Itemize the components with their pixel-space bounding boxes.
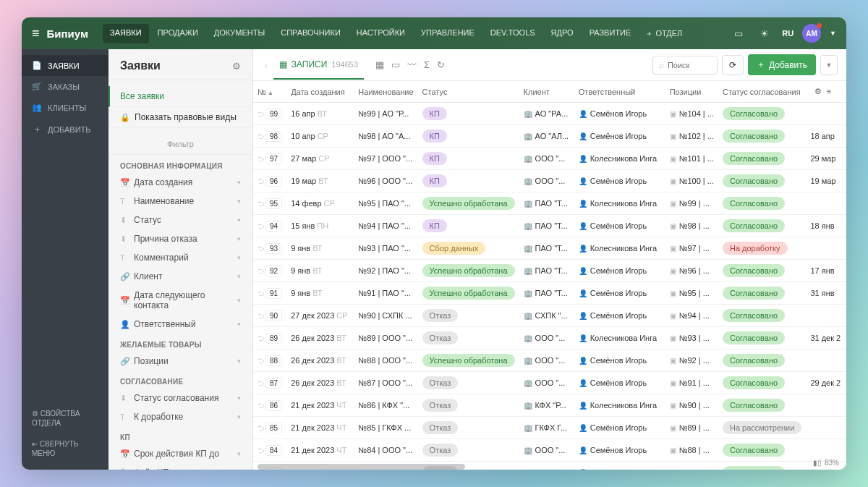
filter-item[interactable]: ⬇Причина отказа▾ bbox=[109, 229, 252, 248]
column-header[interactable]: Наименование bbox=[354, 81, 417, 103]
filter-item[interactable]: ⬇Статус согласования▾ bbox=[109, 389, 252, 407]
nav-footer-label: СВЕРНУТЬ МЕНЮ bbox=[32, 440, 78, 457]
table-row[interactable]: ⮌9916 апр ВТ№99 | АО "Р...КП🏢АО "РА...👤С… bbox=[253, 103, 846, 125]
theme-icon[interactable]: ☀ bbox=[756, 25, 773, 42]
refresh-button[interactable]: ⟳ bbox=[722, 55, 744, 75]
table-row[interactable]: ⮌939 янв ВТ№93 | ПАО "...Сбор данных🏢ПАО… bbox=[253, 237, 846, 260]
user-menu-chevron[interactable]: ▼ bbox=[830, 30, 836, 37]
hamburger-icon[interactable]: ≡ bbox=[32, 26, 40, 41]
table-row[interactable]: ⮌9727 мар СР№97 | ООО "...КП🏢ООО "...👤Ко… bbox=[253, 148, 846, 170]
language-switch[interactable]: RU bbox=[782, 29, 793, 38]
table-row[interactable]: ⮌8521 дек 2023 ЧТ№85 | ГКФХ ...Отказ🏢ГКФ… bbox=[253, 417, 846, 439]
top-tab-документы[interactable]: ДОКУМЕНТЫ bbox=[207, 24, 272, 43]
top-tab-развитие[interactable]: РАЗВИТИЕ bbox=[582, 24, 639, 43]
gear-icon[interactable]: ⚙ bbox=[232, 61, 241, 72]
top-tab-управление[interactable]: УПРАВЛЕНИЕ bbox=[414, 24, 482, 43]
calendar-view-icon[interactable]: ▭ bbox=[391, 59, 400, 70]
table-row[interactable]: ⮌8621 дек 2023 ЧТ№86 | КФХ "...Отказ🏢КФХ… bbox=[253, 394, 846, 417]
responsible-name: Колесникова Инга bbox=[590, 244, 657, 253]
agree-badge: Согласовано bbox=[723, 107, 785, 120]
person-icon: 👤 bbox=[579, 110, 587, 118]
filter-item[interactable]: 📅Дата следующего контакта▾ bbox=[109, 286, 252, 315]
filter-item[interactable]: TК доработке▾ bbox=[109, 407, 252, 426]
weekday: ЧТ bbox=[336, 423, 346, 432]
table-row[interactable]: ⮌8926 дек 2023 ВТ№89 | ООО "...Отказ🏢ООО… bbox=[253, 327, 846, 350]
view-item[interactable]: Все заявки bbox=[109, 86, 252, 107]
column-header[interactable]: ⚙≡ bbox=[806, 81, 846, 103]
column-settings-icon[interactable]: ⚙ bbox=[814, 87, 822, 96]
chart-view-icon[interactable]: 〰 bbox=[407, 59, 417, 70]
top-tab-заявки[interactable]: ЗАЯВКИ bbox=[103, 24, 149, 43]
row-number: 94 bbox=[265, 221, 282, 232]
column-header[interactable]: Статус bbox=[418, 81, 519, 103]
prev-view-icon[interactable]: ‹ bbox=[262, 61, 271, 69]
filter-label: Наименование bbox=[134, 196, 194, 206]
list-icon[interactable]: ≡ bbox=[826, 87, 830, 96]
filter-item[interactable]: TКомментарий▾ bbox=[109, 248, 252, 267]
filter-label: Срок действия КП до bbox=[134, 449, 219, 459]
table-row[interactable]: ⮌8421 дек 2023 ЧТ№84 | ООО "...Отказ🏢ООО… bbox=[253, 439, 846, 462]
nav-label: ДОБАВИТЬ bbox=[48, 125, 91, 134]
nav-item-клиенты[interactable]: 👥КЛИЕНТЫ bbox=[22, 97, 109, 118]
table-scroll[interactable]: №Дата созданияНаименованиеСтатусКлиентОт… bbox=[253, 81, 846, 470]
nav-item-заказы[interactable]: 🛒ЗАКАЗЫ bbox=[22, 76, 109, 97]
column-header[interactable]: Дата создания bbox=[286, 81, 354, 103]
column-header[interactable]: № bbox=[253, 81, 286, 103]
person-icon: 👤 bbox=[579, 446, 587, 454]
nav-item-заявки[interactable]: 📄ЗАЯВКИ bbox=[22, 55, 109, 76]
nav-footer-item[interactable]: ⚙ СВОЙСТВА ОТДЕЛА bbox=[22, 403, 109, 433]
table-row[interactable]: ⮌8826 дек 2023 ВТ№88 | ООО "...Успешно о… bbox=[253, 350, 846, 372]
search-box[interactable]: ⌕ bbox=[652, 56, 718, 75]
table-row[interactable]: ⮌9514 февр СР№95 | ПАО "...Успешно обраб… bbox=[253, 192, 846, 215]
status-badge: КП bbox=[422, 130, 447, 143]
position-ref: №88 | ... bbox=[679, 446, 710, 454]
chat-icon[interactable]: ▭ bbox=[730, 25, 747, 42]
box-icon: ▣ bbox=[670, 357, 676, 365]
agree-badge: Согласовано bbox=[723, 309, 785, 322]
filter-item[interactable]: 👤Ответственный▾ bbox=[109, 315, 252, 334]
history-icon[interactable]: ↻ bbox=[437, 59, 445, 70]
column-header[interactable]: Позиции bbox=[665, 81, 718, 103]
table-row[interactable]: ⮌919 янв ВТ№91 | ПАО "...Успешно обработ… bbox=[253, 282, 846, 305]
records-tab[interactable]: ▦ ЗАПИСИ 194653 bbox=[273, 51, 364, 80]
filter-item[interactable]: 📅Срок действия КП до▾ bbox=[109, 444, 252, 463]
status-badge: КП bbox=[422, 174, 447, 187]
filter-item[interactable]: 🔗Клиент▾ bbox=[109, 267, 252, 286]
cards-view-icon[interactable]: ▦ bbox=[375, 59, 384, 70]
search-input[interactable] bbox=[668, 61, 711, 69]
filter-item[interactable]: TНаименование▾ bbox=[109, 192, 252, 211]
table-row[interactable]: ⮌9415 янв ПН№94 | ПАО "...КП🏢ПАО "Т...👤С… bbox=[253, 215, 846, 237]
nav-item-добавить[interactable]: ＋ДОБАВИТЬ bbox=[22, 118, 109, 140]
filter-item[interactable]: 🔗Позиции▾ bbox=[109, 352, 252, 370]
weekday: ВТ bbox=[312, 266, 322, 275]
add-dropdown[interactable]: ▼ bbox=[820, 55, 838, 75]
top-tab-add[interactable]: ＋ ОТДЕЛ bbox=[639, 24, 688, 43]
client-name: ПАО "Т... bbox=[535, 266, 568, 275]
view-item[interactable]: 🔒Показать правовые виды bbox=[109, 107, 252, 128]
table-row[interactable]: ⮌9810 апр СР№98 | АО "А...КП🏢АО "АЛ...👤С… bbox=[253, 125, 846, 148]
top-tab-настройки[interactable]: НАСТРОЙКИ bbox=[349, 24, 412, 43]
filter-item[interactable]: 📅Дата создания▾ bbox=[109, 173, 252, 192]
table-row[interactable]: ⮌9619 мар ВТ№96 | ООО "...КП🏢ООО "...👤Се… bbox=[253, 170, 846, 192]
top-tab-продажи[interactable]: ПРОДАЖИ bbox=[150, 24, 205, 43]
filter-item[interactable]: ⬇Статус▾ bbox=[109, 211, 252, 229]
column-header[interactable]: Статус согласования bbox=[718, 81, 806, 103]
horizontal-scrollbar[interactable] bbox=[258, 464, 465, 470]
filter-item[interactable]: 📎Файл КП▾ bbox=[109, 463, 252, 470]
table-row[interactable]: ⮌8726 дек 2023 ВТ№87 | ООО "...Отказ🏢ООО… bbox=[253, 372, 846, 394]
column-header[interactable]: Ответственный bbox=[574, 81, 665, 103]
add-button[interactable]: ＋ Добавить bbox=[748, 54, 816, 75]
link-icon: ⮌ bbox=[258, 447, 264, 454]
filter-label: Причина отказа bbox=[134, 234, 197, 244]
top-tab-ядро[interactable]: ЯДРО bbox=[544, 24, 581, 43]
column-header[interactable]: Клиент bbox=[519, 81, 574, 103]
status-badge: Отказ bbox=[422, 421, 459, 434]
top-tab-справочники[interactable]: СПРАВОЧНИКИ bbox=[273, 24, 348, 43]
nav-footer-item[interactable]: ⇤ СВЕРНУТЬ МЕНЮ bbox=[22, 433, 109, 464]
table-row[interactable]: ⮌9027 дек 2023 СР№90 | СХПК ...Отказ🏢СХП… bbox=[253, 305, 846, 327]
link-icon: ⮌ bbox=[258, 223, 264, 230]
avatar[interactable]: АМ bbox=[802, 24, 821, 43]
sigma-icon[interactable]: Σ bbox=[424, 59, 430, 70]
table-row[interactable]: ⮌929 янв ВТ№92 | ПАО "...Успешно обработ… bbox=[253, 260, 846, 282]
top-tab-dev.tools[interactable]: DEV.TOOLS bbox=[483, 24, 542, 43]
